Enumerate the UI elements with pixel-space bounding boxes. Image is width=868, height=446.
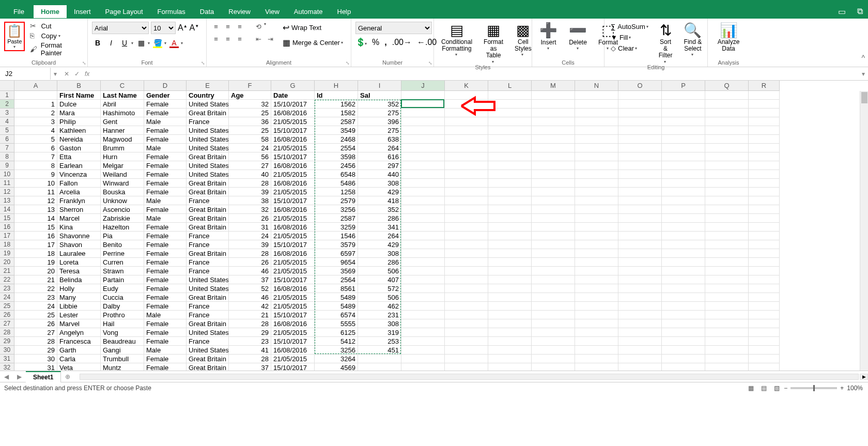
cell-I5[interactable]: 275 [358,126,401,135]
cell-D18[interactable]: Female [144,240,187,249]
cell-P21[interactable] [662,267,705,275]
cell-J16[interactable] [401,223,445,232]
cell-G16[interactable]: 16/08/2016 [271,223,315,232]
cell-K18[interactable] [445,240,488,249]
cell-E22[interactable]: United States [187,275,229,284]
cell-Q9[interactable] [705,161,749,170]
font-size-select[interactable]: 10 [151,22,176,34]
cell-N25[interactable] [575,302,618,311]
format-as-table-button[interactable]: ▦Format as Table▾ [481,22,506,64]
cell-D26[interactable]: Male [144,311,187,319]
cell-G27[interactable]: 16/08/2016 [271,319,315,328]
cell-G4[interactable]: 21/05/2015 [271,117,315,126]
cell-K4[interactable] [445,117,488,126]
cell-I27[interactable]: 308 [358,319,401,328]
cell-H4[interactable]: 2587 [315,117,358,126]
cell-G18[interactable]: 15/10/2017 [271,240,315,249]
cell-A25[interactable]: 24 [14,302,57,311]
orientation-icon[interactable]: ⟲ [253,22,264,31]
cell-E2[interactable]: United States [187,100,229,109]
row-header-27[interactable]: 27 [0,319,14,328]
header-cell[interactable]: Date [271,91,315,100]
cell-O12[interactable] [618,188,662,196]
tab-view[interactable]: View [258,5,287,18]
cell-B6[interactable]: Nereida [57,135,101,144]
cell-L23[interactable] [488,284,532,293]
cell-C17[interactable]: Pia [101,232,144,240]
cell-A17[interactable]: 16 [14,232,57,240]
cell-B2[interactable]: Dulce [57,100,101,109]
cell-N2[interactable] [575,100,618,109]
cell-L16[interactable] [488,223,532,232]
name-box[interactable] [0,68,51,80]
cell-B12[interactable]: Arcelia [57,188,101,196]
cell-I10[interactable]: 440 [358,170,401,179]
cell-J12[interactable] [401,188,445,196]
cell-E9[interactable]: United States [187,161,229,170]
cell-A19[interactable]: 18 [14,249,57,258]
cell-L4[interactable] [488,117,532,126]
select-all-corner[interactable] [0,81,14,91]
cell-C2[interactable]: Abril [101,100,144,109]
cell-I31[interactable] [358,355,401,363]
cell-P29[interactable] [662,337,705,346]
cell-L9[interactable] [488,161,532,170]
align-top-icon[interactable]: ≡ [211,22,221,31]
cell-B21[interactable]: Teresa [57,267,101,275]
analyze-data-button[interactable]: 📊Analyze Data [712,22,745,52]
cell-R31[interactable] [749,355,780,363]
cell-J26[interactable] [401,311,445,319]
cell-J10[interactable] [401,170,445,179]
tab-pagelayout[interactable]: Page Layout [98,5,150,18]
cell-D8[interactable]: Female [144,152,187,161]
cell-Q7[interactable] [705,144,749,152]
cell-N4[interactable] [575,117,618,126]
paste-dropdown-icon[interactable]: ▾ [5,44,24,49]
row-header-4[interactable]: 4 [0,117,14,126]
zoom-out-icon[interactable]: − [784,385,787,392]
bold-button[interactable]: B [92,37,103,49]
row-header-5[interactable]: 5 [0,126,14,135]
cell-C16[interactable]: Hazelton [101,223,144,232]
cell-N5[interactable] [575,126,618,135]
col-header-Q[interactable]: Q [705,81,749,91]
align-left-icon[interactable]: ≡ [211,34,221,43]
cell-N6[interactable] [575,135,618,144]
cell-J5[interactable] [401,126,445,135]
cell-I13[interactable]: 418 [358,196,401,205]
col-header-J[interactable]: J [401,81,445,91]
cell-B20[interactable]: Loreta [57,258,101,267]
row-header-7[interactable]: 7 [0,144,14,152]
header-cell[interactable] [662,91,705,100]
cell-Q25[interactable] [705,302,749,311]
cell-E25[interactable]: France [187,302,229,311]
cell-H3[interactable]: 1582 [315,109,358,117]
cell-K25[interactable] [445,302,488,311]
cell-D15[interactable]: Male [144,214,187,223]
cell-M25[interactable] [532,302,575,311]
cell-I29[interactable]: 253 [358,337,401,346]
cell-D22[interactable]: Female [144,275,187,284]
vertical-scrollbar[interactable]: ▲ [860,91,868,371]
cell-G31[interactable]: 21/05/2015 [271,355,315,363]
cell-P32[interactable] [662,363,705,371]
row-header-8[interactable]: 8 [0,152,14,161]
cell-B24[interactable]: Many [57,293,101,302]
cell-A5[interactable]: 4 [14,126,57,135]
cell-I7[interactable]: 264 [358,144,401,152]
cell-O5[interactable] [618,126,662,135]
cell-F24[interactable]: 46 [229,293,271,302]
cell-E23[interactable]: United States [187,284,229,293]
cell-styles-button[interactable]: ▩Cell Styles▾ [512,22,535,57]
cell-E18[interactable]: France [187,240,229,249]
cell-A10[interactable]: 9 [14,170,57,179]
cell-M13[interactable] [532,196,575,205]
namebox-dropdown-icon[interactable]: ▾ [51,70,60,78]
cell-C26[interactable]: Prothro [101,311,144,319]
row-header-26[interactable]: 26 [0,311,14,319]
cell-R15[interactable] [749,214,780,223]
cell-M7[interactable] [532,144,575,152]
cell-R11[interactable] [749,179,780,188]
cell-G21[interactable]: 21/05/2015 [271,267,315,275]
cell-G14[interactable]: 16/08/2016 [271,205,315,214]
